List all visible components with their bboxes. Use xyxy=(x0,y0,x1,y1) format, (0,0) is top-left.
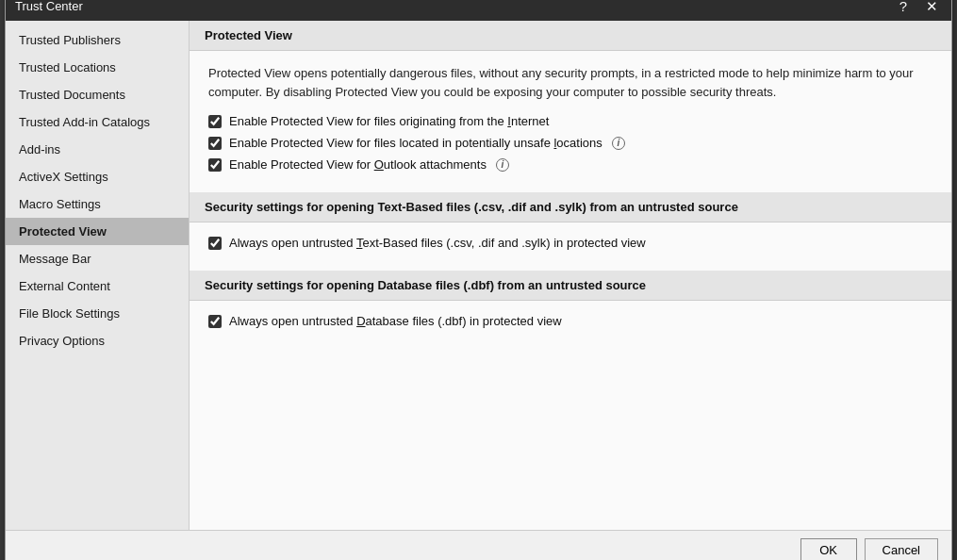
checkbox-row-database: Always open untrusted Database files (.d… xyxy=(208,314,932,328)
info-icon-outlook[interactable]: i xyxy=(496,158,509,172)
title-bar: Trust Center ? ✕ xyxy=(6,0,951,21)
info-icon-locations[interactable]: i xyxy=(612,137,625,150)
sidebar-item-external-content[interactable]: External Content xyxy=(6,272,189,300)
sidebar-item-activex[interactable]: ActiveX Settings xyxy=(6,163,189,190)
dialog-title: Trust Center xyxy=(15,0,83,13)
underline-i: I xyxy=(507,114,511,128)
checkbox-database-label: Always open untrusted Database files (.d… xyxy=(229,314,562,328)
sidebar-item-addins[interactable]: Add-ins xyxy=(6,136,189,163)
section1-header: Protected View xyxy=(190,21,951,51)
sidebar-item-file-block[interactable]: File Block Settings xyxy=(6,300,189,327)
sidebar-item-privacy[interactable]: Privacy Options xyxy=(6,327,189,354)
underline-l: l xyxy=(553,136,556,150)
dialog-footer: OK Cancel xyxy=(6,530,951,560)
section3-header: Security settings for opening Database f… xyxy=(190,271,951,301)
checkbox-row-internet: Enable Protected View for files originat… xyxy=(208,114,932,128)
section2-header: Security settings for opening Text-Based… xyxy=(190,192,951,222)
sidebar-item-message-bar[interactable]: Message Bar xyxy=(6,245,189,272)
sidebar-item-trusted-addins[interactable]: Trusted Add-in Catalogs xyxy=(6,108,189,136)
main-content: Protected View Protected View opens pote… xyxy=(190,21,951,530)
title-bar-controls: ? ✕ xyxy=(896,0,942,13)
dialog-body: Trusted Publishers Trusted Locations Tru… xyxy=(6,21,951,530)
section3-body: Always open untrusted Database files (.d… xyxy=(190,301,951,349)
title-bar-left: Trust Center xyxy=(15,0,83,13)
close-button[interactable]: ✕ xyxy=(922,0,942,13)
checkbox-outlook-label: Enable Protected View for Outlook attach… xyxy=(229,157,487,172)
checkbox-row-textbased: Always open untrusted Text-Based files (… xyxy=(208,236,932,250)
checkbox-database[interactable] xyxy=(208,315,222,328)
checkbox-row-outlook: Enable Protected View for Outlook attach… xyxy=(208,157,932,172)
checkbox-internet[interactable] xyxy=(208,115,222,128)
section1-description: Protected View opens potentially dangero… xyxy=(208,64,932,101)
trust-center-dialog: Trust Center ? ✕ Trusted Publishers Trus… xyxy=(5,0,952,560)
underline-o: O xyxy=(374,157,384,172)
checkbox-row-unsafe-locations: Enable Protected View for files located … xyxy=(208,136,932,150)
section2-body: Always open untrusted Text-Based files (… xyxy=(190,222,951,271)
checkbox-outlook[interactable] xyxy=(208,158,222,172)
sidebar-item-trusted-publishers[interactable]: Trusted Publishers xyxy=(6,26,189,54)
checkbox-unsafe-locations-label: Enable Protected View for files located … xyxy=(229,136,602,150)
cancel-button[interactable]: Cancel xyxy=(865,538,938,560)
sidebar-item-protected-view[interactable]: Protected View xyxy=(6,218,189,245)
sidebar: Trusted Publishers Trusted Locations Tru… xyxy=(6,21,190,530)
checkbox-unsafe-locations[interactable] xyxy=(208,137,222,150)
underline-d: D xyxy=(356,314,365,328)
help-button[interactable]: ? xyxy=(896,0,911,13)
section1-body: Protected View opens potentially dangero… xyxy=(190,51,951,192)
ok-button[interactable]: OK xyxy=(800,538,857,560)
sidebar-item-trusted-documents[interactable]: Trusted Documents xyxy=(6,81,189,108)
checkbox-internet-label: Enable Protected View for files originat… xyxy=(229,114,549,128)
checkbox-textbased-label: Always open untrusted Text-Based files (… xyxy=(229,236,646,250)
sidebar-item-trusted-locations[interactable]: Trusted Locations xyxy=(6,54,189,81)
underline-t: T xyxy=(356,236,363,250)
checkbox-textbased[interactable] xyxy=(208,237,222,250)
sidebar-item-macro[interactable]: Macro Settings xyxy=(6,190,189,218)
